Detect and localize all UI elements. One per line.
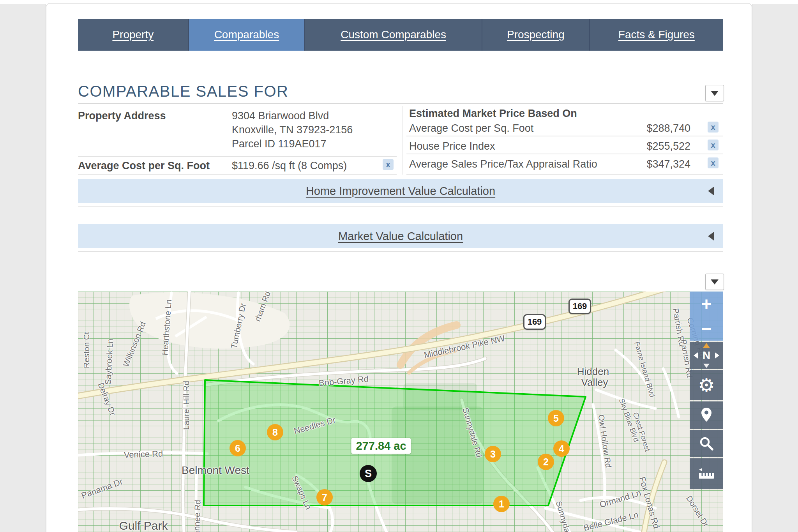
divider (78, 206, 723, 207)
pan-down-icon[interactable] (703, 364, 710, 368)
tab-property[interactable]: Property (78, 19, 189, 51)
comp-marker-1[interactable]: 1 (493, 496, 510, 512)
divider (78, 103, 723, 104)
zoom-in-button[interactable]: + (701, 295, 712, 313)
tab-custom-comparables[interactable]: Custom Comparables (305, 19, 482, 51)
tab-custom-comparables-label: Custom Comparables (341, 28, 446, 41)
pan-right-icon[interactable] (715, 352, 719, 359)
chevron-down-icon (711, 279, 719, 285)
estimates-heading: Estimated Market Price Based On (409, 108, 577, 120)
estimate-row-value: $255,522 (613, 140, 690, 152)
chevron-down-icon (711, 91, 719, 96)
chevron-left-icon (708, 232, 714, 240)
estimate-row-label: Average Cost per Sq. Foot (409, 122, 533, 134)
home-improvement-section-label: Home Improvement Value Calculation (306, 185, 495, 198)
divider (406, 136, 723, 136)
gear-icon: ⚙ (698, 376, 715, 394)
north-arrow-icon[interactable] (703, 343, 710, 348)
remove-estimate-button[interactable]: x (708, 157, 719, 168)
subject-marker[interactable]: S (360, 465, 377, 482)
tab-facts-figures-label: Facts & Figures (618, 28, 695, 41)
compass-icon: N (693, 345, 720, 366)
divider (78, 156, 397, 157)
page-margin-right (752, 4, 798, 532)
collapse-header-button[interactable] (705, 85, 724, 101)
tab-prospecting[interactable]: Prospecting (482, 19, 590, 51)
remove-avg-cost-button[interactable]: x (383, 159, 394, 170)
chevron-left-icon (708, 187, 714, 195)
estimate-row-value: $347,324 (613, 158, 690, 170)
divider (78, 174, 397, 175)
avg-cost-value: $119.66 /sq ft (8 Comps) (232, 160, 347, 172)
comp-marker-8[interactable]: 8 (267, 424, 283, 440)
page: Property Comparables Custom Comparables … (0, 0, 798, 532)
page-margin-left (0, 4, 46, 532)
map-marker-layer: 12345678S (78, 292, 723, 532)
map-settings-button[interactable]: ⚙ (690, 370, 723, 400)
tab-bar: Property Comparables Custom Comparables … (78, 19, 723, 51)
property-address-line1: 9304 Briarwood Blvd (232, 110, 329, 122)
market-value-section-label: Market Value Calculation (338, 230, 463, 243)
map[interactable]: Reston CtSaybrook LnWilkinson RdHearthst… (78, 292, 723, 532)
property-address-line2: Knoxville, TN 37923-2156 (232, 124, 353, 136)
collapse-map-button[interactable] (705, 274, 724, 290)
comp-marker-7[interactable]: 7 (316, 489, 333, 505)
tab-facts-figures[interactable]: Facts & Figures (590, 19, 723, 51)
divider (403, 106, 403, 175)
tab-property-label: Property (112, 28, 154, 41)
tab-comparables-label: Comparables (214, 28, 279, 41)
market-value-section-header[interactable]: Market Value Calculation (78, 224, 723, 248)
remove-estimate-button[interactable]: x (708, 122, 719, 133)
property-address-label: Property Address (78, 110, 166, 122)
comp-marker-6[interactable]: 6 (230, 440, 246, 456)
pan-left-icon[interactable] (694, 352, 698, 359)
comp-marker-2[interactable]: 2 (538, 454, 554, 470)
map-search-button[interactable] (690, 430, 723, 457)
divider (406, 154, 723, 154)
property-address-line3: Parcel ID 119AE017 (232, 138, 327, 150)
comp-marker-5[interactable]: 5 (548, 410, 564, 426)
compass-north-label: N (703, 349, 710, 362)
search-icon (699, 436, 714, 451)
zoom-control: + − (690, 292, 723, 341)
home-improvement-section-header[interactable]: Home Improvement Value Calculation (78, 179, 723, 203)
divider (406, 174, 723, 175)
tab-comparables[interactable]: Comparables (189, 19, 305, 51)
comp-marker-4[interactable]: 4 (553, 440, 570, 457)
compass-control[interactable]: N (690, 342, 723, 369)
zoom-out-button[interactable]: − (701, 320, 712, 338)
map-location-button[interactable] (690, 401, 723, 429)
avg-cost-label: Average Cost per Sq. Foot (78, 160, 210, 172)
divider (78, 251, 723, 252)
estimate-row-value: $288,740 (613, 122, 690, 134)
map-measure-button[interactable] (690, 458, 723, 489)
estimate-row-label: Average Sales Price/Tax Appraisal Ratio (409, 158, 597, 170)
remove-estimate-button[interactable]: x (708, 140, 719, 150)
tab-prospecting-label: Prospecting (507, 28, 565, 41)
location-pin-icon (701, 408, 712, 422)
page-title: COMPARABLE SALES FOR (78, 83, 289, 100)
estimate-row-label: House Price Index (409, 140, 495, 152)
comp-marker-3[interactable]: 3 (485, 446, 501, 462)
ruler-icon (697, 466, 715, 481)
